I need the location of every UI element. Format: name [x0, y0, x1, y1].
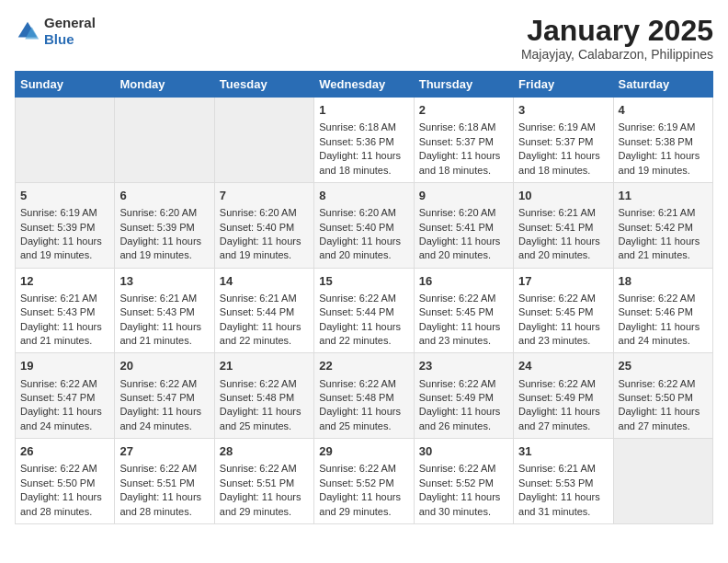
day-number: 10 [518, 188, 608, 204]
day-info-line: Sunrise: 6:18 AM [319, 121, 408, 134]
day-info-line: Daylight: 11 hours [419, 235, 508, 248]
calendar-cell: 13Sunrise: 6:21 AMSunset: 5:43 PMDayligh… [115, 268, 214, 353]
calendar-cell: 11Sunrise: 6:21 AMSunset: 5:42 PMDayligh… [613, 182, 712, 268]
calendar-cell [115, 98, 214, 183]
day-info-line: Sunset: 5:49 PM [419, 391, 508, 405]
day-info-line: Sunset: 5:41 PM [518, 221, 608, 235]
calendar-cell: 8Sunrise: 6:20 AMSunset: 5:40 PMDaylight… [314, 182, 414, 268]
day-info-line: and 21 minutes. [20, 334, 109, 348]
day-info-line: Daylight: 11 hours [119, 490, 209, 504]
day-info-line: Daylight: 11 hours [518, 149, 608, 163]
day-info-line: Daylight: 11 hours [619, 235, 708, 248]
day-info-line: Sunset: 5:44 PM [319, 305, 408, 319]
day-info-line: Daylight: 11 hours [518, 235, 608, 248]
calendar-cell: 12Sunrise: 6:21 AMSunset: 5:43 PMDayligh… [16, 268, 115, 353]
day-info-line: and 27 minutes. [619, 419, 708, 433]
calendar-header-row: SundayMondayTuesdayWednesdayThursdayFrid… [16, 72, 713, 98]
day-number: 1 [319, 102, 408, 119]
calendar-cell: 3Sunrise: 6:19 AMSunset: 5:37 PMDaylight… [514, 98, 613, 183]
calendar-cell [16, 98, 115, 183]
day-info-line: Daylight: 11 hours [419, 320, 508, 334]
day-info-line: Sunset: 5:46 PM [619, 305, 708, 319]
day-info-line: Sunset: 5:45 PM [419, 305, 508, 319]
col-header-tuesday: Tuesday [214, 72, 313, 98]
day-info-line: Sunrise: 6:22 AM [20, 377, 109, 391]
day-info-line: Daylight: 11 hours [220, 320, 309, 334]
day-info-line: and 25 minutes. [220, 419, 309, 433]
day-info-line: and 24 minutes. [619, 334, 708, 348]
day-info-line: Sunset: 5:39 PM [20, 221, 109, 235]
day-info-line: Sunrise: 6:22 AM [319, 292, 408, 305]
calendar-cell: 26Sunrise: 6:22 AMSunset: 5:50 PMDayligh… [16, 439, 115, 524]
calendar-cell: 28Sunrise: 6:22 AMSunset: 5:51 PMDayligh… [214, 439, 313, 524]
calendar-week-4: 19Sunrise: 6:22 AMSunset: 5:47 PMDayligh… [16, 353, 713, 439]
calendar-cell: 9Sunrise: 6:20 AMSunset: 5:41 PMDaylight… [414, 182, 513, 268]
calendar-cell: 7Sunrise: 6:20 AMSunset: 5:40 PMDaylight… [214, 182, 313, 268]
day-info-line: Daylight: 11 hours [619, 405, 708, 419]
day-info-line: Sunrise: 6:22 AM [119, 462, 209, 476]
calendar-cell [214, 98, 313, 183]
day-info-line: and 18 minutes. [319, 164, 408, 178]
day-number: 19 [20, 358, 109, 374]
logo-icon [15, 18, 40, 44]
day-info-line: Sunrise: 6:22 AM [419, 462, 508, 476]
calendar-week-5: 26Sunrise: 6:22 AMSunset: 5:50 PMDayligh… [16, 439, 713, 524]
day-info-line: Sunrise: 6:21 AM [220, 292, 309, 305]
day-info-line: and 24 minutes. [20, 419, 109, 433]
day-info-line: Sunset: 5:44 PM [220, 305, 309, 319]
day-info-line: and 19 minutes. [619, 164, 708, 178]
day-number: 3 [518, 102, 608, 119]
day-info-line: Daylight: 11 hours [419, 149, 508, 163]
day-info-line: Sunrise: 6:22 AM [619, 377, 708, 391]
day-info-line: Daylight: 11 hours [119, 320, 209, 334]
day-number: 28 [220, 443, 309, 460]
day-number: 18 [619, 273, 708, 290]
day-info-line: Sunset: 5:45 PM [518, 305, 608, 319]
day-info-line: Sunset: 5:41 PM [419, 221, 508, 235]
col-header-monday: Monday [115, 72, 214, 98]
day-info-line: Sunset: 5:50 PM [619, 391, 708, 405]
day-info-line: and 26 minutes. [419, 419, 508, 433]
day-info-line: Daylight: 11 hours [419, 405, 508, 419]
day-info-line: Sunset: 5:37 PM [518, 135, 608, 149]
calendar-cell: 18Sunrise: 6:22 AMSunset: 5:46 PMDayligh… [613, 268, 712, 353]
day-info-line: Sunset: 5:36 PM [319, 135, 408, 149]
logo-general: General [44, 15, 96, 30]
day-info-line: Daylight: 11 hours [220, 405, 309, 419]
day-number: 8 [319, 188, 408, 204]
day-number: 6 [119, 188, 209, 204]
day-number: 21 [220, 358, 309, 374]
day-info-line: Sunrise: 6:21 AM [619, 206, 708, 220]
calendar-cell: 1Sunrise: 6:18 AMSunset: 5:36 PMDaylight… [314, 98, 414, 183]
day-info-line: Daylight: 11 hours [319, 405, 408, 419]
day-info-line: and 31 minutes. [518, 505, 608, 519]
day-info-line: Sunrise: 6:21 AM [20, 292, 109, 305]
calendar-cell: 15Sunrise: 6:22 AMSunset: 5:44 PMDayligh… [314, 268, 414, 353]
day-info-line: and 20 minutes. [518, 248, 608, 262]
day-info-line: Daylight: 11 hours [319, 320, 408, 334]
day-number: 25 [619, 358, 708, 374]
calendar-cell: 22Sunrise: 6:22 AMSunset: 5:48 PMDayligh… [314, 353, 414, 439]
day-info-line: Sunrise: 6:21 AM [119, 292, 209, 305]
calendar-cell: 4Sunrise: 6:19 AMSunset: 5:38 PMDaylight… [613, 98, 712, 183]
day-info-line: Sunrise: 6:20 AM [319, 206, 408, 220]
calendar-cell: 17Sunrise: 6:22 AMSunset: 5:45 PMDayligh… [514, 268, 613, 353]
calendar-title: January 2025 [521, 15, 713, 47]
calendar-cell: 21Sunrise: 6:22 AMSunset: 5:48 PMDayligh… [214, 353, 313, 439]
calendar-week-1: 1Sunrise: 6:18 AMSunset: 5:36 PMDaylight… [16, 98, 713, 183]
day-number: 15 [319, 273, 408, 290]
day-info-line: Sunset: 5:51 PM [119, 477, 209, 490]
day-number: 11 [619, 188, 708, 204]
day-number: 7 [220, 188, 309, 204]
day-info-line: and 24 minutes. [119, 419, 209, 433]
day-info-line: Daylight: 11 hours [119, 405, 209, 419]
calendar-cell: 5Sunrise: 6:19 AMSunset: 5:39 PMDaylight… [16, 182, 115, 268]
day-info-line: Sunrise: 6:22 AM [220, 377, 309, 391]
col-header-thursday: Thursday [414, 72, 513, 98]
col-header-saturday: Saturday [613, 72, 712, 98]
day-info-line: and 29 minutes. [319, 505, 408, 519]
day-info-line: Sunset: 5:42 PM [619, 221, 708, 235]
day-number: 4 [619, 102, 708, 119]
day-info-line: Sunset: 5:48 PM [220, 391, 309, 405]
day-number: 16 [419, 273, 508, 290]
